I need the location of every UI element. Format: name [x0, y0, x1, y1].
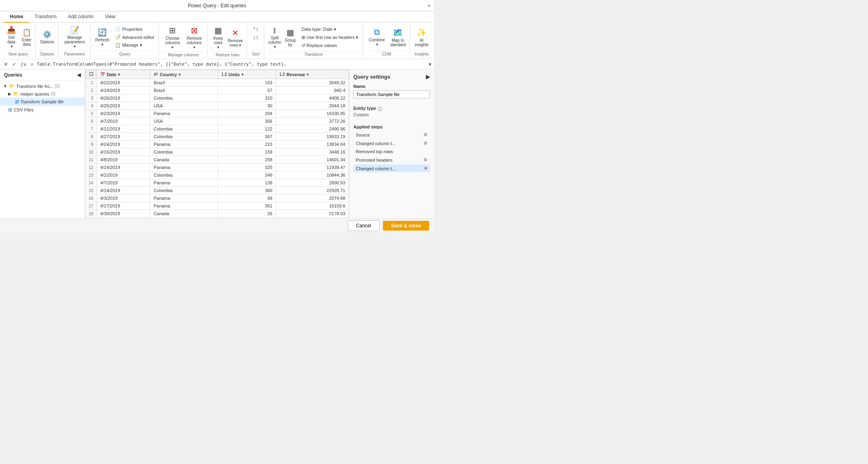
- table-row[interactable]: 5 4/23/2019 Panama 204 16330.85: [86, 110, 349, 118]
- step-item-changed-col-t1[interactable]: Changed column t...⚙: [353, 139, 430, 147]
- sort-desc-icon: ↓↑: [253, 34, 259, 41]
- formula-function-button[interactable]: ƒx: [19, 61, 28, 68]
- accept-formula-button[interactable]: ✓: [11, 61, 18, 68]
- select-all-checkbox[interactable]: ☐: [89, 72, 93, 77]
- query-item-csv-files[interactable]: ⊞ CSV Files: [0, 106, 85, 114]
- country-col-dropdown[interactable]: ▾: [179, 73, 181, 77]
- table-row[interactable]: 9 4/24/2019 Panama 223 13834.04: [86, 141, 349, 148]
- table-row[interactable]: 12 4/14/2019 Panama 325 11939.47: [86, 164, 349, 171]
- units-cell: 153: [218, 79, 276, 87]
- tab-add-column[interactable]: Add column: [62, 11, 99, 23]
- sort-desc-button[interactable]: ↓↑: [251, 33, 260, 41]
- refresh-button[interactable]: 🔄 Refresh ▾: [94, 27, 111, 48]
- ribbon-group-reduce-rows: ▦ Keeprows ▾ ✕ Removerows ▾ Reduce rows: [208, 24, 247, 58]
- parameters-group-label: Parameters: [62, 51, 88, 57]
- settings-expand-button[interactable]: ▶: [426, 74, 430, 80]
- advanced-editor-button[interactable]: 📝 Advanced editor: [113, 34, 156, 41]
- name-input[interactable]: [353, 90, 430, 98]
- date-cell: 4/7/2019: [97, 179, 150, 187]
- table-row[interactable]: 10 4/16/2019 Colombia 159 3448.16: [86, 148, 349, 156]
- options-button[interactable]: ⚙️ Options: [39, 29, 56, 45]
- split-column-button[interactable]: ⫿ Splitcolumn ▾: [267, 24, 282, 50]
- row-num-cell: 7: [86, 125, 97, 133]
- table-row[interactable]: 4 4/25/2019 USA 90 2044.18: [86, 102, 349, 110]
- table-row[interactable]: 17 4/17/2019 Panama 361 16159.8: [86, 202, 349, 210]
- folder-icon: 📁: [9, 83, 15, 89]
- advanced-editor-icon: 📝: [115, 34, 121, 40]
- country-cell: Colombia: [150, 148, 218, 156]
- table-row[interactable]: 1 4/22/2019 Brazil 153 2649.32: [86, 79, 349, 87]
- step-item-changed-col-t2[interactable]: Changed column t...✕: [353, 165, 430, 172]
- choose-columns-button[interactable]: ⊞ Choosecolumns ▾: [162, 24, 183, 51]
- keep-rows-button[interactable]: ▦ Keeprows ▾: [211, 24, 225, 51]
- table-row[interactable]: 6 4/7/2019 USA 356 3772.26: [86, 118, 349, 125]
- step-gear-icon[interactable]: ⚙: [423, 141, 428, 146]
- table-row[interactable]: 18 4/30/2019 Canada 26 2178.03: [86, 210, 349, 218]
- keep-rows-icon: ▦: [214, 26, 222, 35]
- step-gear-icon[interactable]: ⚙: [423, 132, 428, 137]
- sort-asc-button[interactable]: ↑↓: [251, 24, 260, 32]
- manage-parameters-button[interactable]: 📝 Manageparameters ▾: [62, 24, 88, 50]
- table-row[interactable]: 14 4/7/2019 Panama 139 2890.93: [86, 179, 349, 187]
- manage-button[interactable]: 📋 Manage ▾: [113, 42, 156, 49]
- step-delete-icon[interactable]: ✕: [424, 166, 428, 171]
- date-col-dropdown[interactable]: ▾: [118, 73, 120, 77]
- remove-rows-button[interactable]: ✕ Removerows ▾: [227, 27, 244, 49]
- use-first-row-button[interactable]: ⊞ Use first row as headers ▾: [300, 34, 360, 41]
- query-item-transform-sample[interactable]: ⊞ Transform Sample file: [0, 98, 85, 106]
- table-row[interactable]: 3 4/26/2019 Colombia 310 4408.22: [86, 94, 349, 102]
- map-to-standard-button[interactable]: 🗺️ Map tostandard: [389, 26, 407, 48]
- table-row[interactable]: 8 4/27/2019 Colombia 367 19933.19: [86, 133, 349, 141]
- table-row[interactable]: 7 4/11/2019 Colombia 122 2490.96: [86, 125, 349, 133]
- group-by-icon: ▦: [286, 28, 294, 37]
- revenue-cell: 940.4: [276, 87, 349, 94]
- enter-data-label: Enterdata: [22, 38, 32, 47]
- query-group-transform-file[interactable]: ▼ 📁 Transform file fro... [2]: [0, 82, 85, 90]
- ribbon-group-sort: ↑↓ ↓↑ Sort: [248, 24, 264, 58]
- data-type-button[interactable]: Data type: Date ▾: [300, 26, 360, 33]
- tab-home[interactable]: Home: [4, 11, 29, 23]
- revenue-cell: 2074.68: [276, 195, 349, 202]
- country-cell: Colombia: [150, 133, 218, 141]
- remove-columns-button[interactable]: ⊠ Removecolumns ▾: [184, 24, 205, 51]
- table-row[interactable]: 13 4/1/2019 Colombia 349 10844.36: [86, 171, 349, 179]
- csv-files-label: CSV Files: [14, 107, 34, 112]
- replace-values-button[interactable]: ↺ Replace values: [300, 42, 360, 49]
- table-row[interactable]: 15 4/14/2019 Colombia 360 22928.71: [86, 187, 349, 195]
- queries-collapse-button[interactable]: ◀: [77, 72, 81, 78]
- col-header-country: Aᵇ Country ▾: [150, 70, 218, 79]
- cdm-label: CDM: [366, 51, 407, 57]
- units-col-dropdown[interactable]: ▾: [242, 73, 244, 77]
- date-cell: 4/30/2019: [97, 210, 150, 218]
- reject-formula-button[interactable]: ✕: [2, 61, 9, 68]
- revenue-cell: 2044.18: [276, 102, 349, 110]
- formula-input[interactable]: [37, 62, 427, 67]
- query-group-helper[interactable]: ▶ 📁 Helper queries [3]: [0, 90, 85, 98]
- revenue-col-dropdown[interactable]: ▾: [307, 73, 309, 77]
- data-grid-wrap[interactable]: ☐ 📅 Date ▾ Aᵇ Country: [85, 70, 349, 218]
- formula-expand-button[interactable]: ▾: [429, 61, 432, 67]
- save-close-button[interactable]: Save & close: [383, 221, 429, 231]
- ai-insights-button[interactable]: ✨ AIinsights: [413, 26, 430, 48]
- close-button[interactable]: ×: [428, 2, 431, 9]
- enter-data-button[interactable]: 📋 Enterdata: [19, 27, 34, 48]
- step-item-removed-top-rows[interactable]: Removed top rows: [353, 148, 430, 155]
- step-gear-icon[interactable]: ⚙: [423, 157, 428, 163]
- table-row[interactable]: 2 4/14/2019 Brazil 57 940.4: [86, 87, 349, 94]
- date-col-label: Date: [107, 72, 116, 77]
- country-cell: Canada: [150, 210, 218, 218]
- step-item-promoted-headers[interactable]: Promoted headers⚙: [353, 156, 430, 164]
- tab-transform[interactable]: Transform: [29, 11, 62, 23]
- group-by-button[interactable]: ▦ Groupby: [283, 26, 297, 48]
- entity-type-info-icon[interactable]: ⓘ: [378, 106, 382, 112]
- tab-view[interactable]: View: [99, 11, 121, 23]
- cancel-button[interactable]: Cancel: [348, 220, 380, 231]
- table-row[interactable]: 19 4/16/2019 Brazil 387 9041.12: [86, 218, 349, 219]
- table-row[interactable]: 11 4/8/2019 Canada 258 14601.34: [86, 156, 349, 164]
- combine-button[interactable]: ⧉ Combine ▾: [366, 26, 388, 48]
- table-row[interactable]: 16 4/3/2019 Panama 69 2074.68: [86, 195, 349, 202]
- step-item-source[interactable]: Source⚙: [353, 131, 430, 139]
- country-cell: USA: [150, 118, 218, 125]
- get-data-button[interactable]: 📥 Getdata ▾: [4, 24, 19, 50]
- properties-button[interactable]: 📄 Properties: [113, 26, 156, 32]
